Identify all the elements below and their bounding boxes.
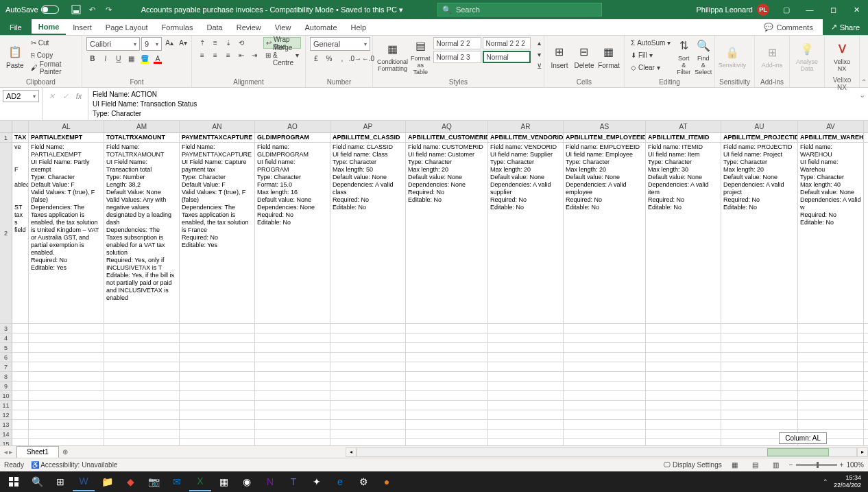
column-header[interactable]: AP [330,121,406,132]
column-header[interactable]: AV [798,121,864,132]
task-view-icon[interactable]: ⊞ [49,472,71,491]
cell[interactable] [255,372,330,381]
merge-centre-button[interactable]: ⊞ Merge & Centre ▾ [263,49,301,61]
cell[interactable]: PAYMENTTAXCAPTURE [180,133,255,142]
cell[interactable] [406,410,488,419]
copy-button[interactable]: ⎘ Copy [29,49,77,61]
tab-automate[interactable]: Automate [298,19,343,35]
cell[interactable] [29,324,104,333]
app-icon-2[interactable]: 📷 [143,472,165,491]
cell[interactable] [564,333,646,342]
cell[interactable] [406,382,488,390]
cell[interactable] [798,372,864,381]
cut-button[interactable]: ✂ Cut [29,37,77,49]
cell[interactable] [255,343,330,352]
name-box[interactable]: AD2▾ [0,88,43,120]
cell[interactable] [180,343,255,352]
cell[interactable] [798,362,864,371]
style-normal-2-2[interactable]: Normal 2 2 [433,37,481,49]
insert-cells-button[interactable]: ⊞Insert [548,37,570,75]
cell[interactable] [104,382,180,390]
cell[interactable] [406,372,488,381]
cell[interactable]: APBILLITEM_EMPLOYEEID [564,133,646,142]
cell[interactable]: APBILLITEM_CLASSID [330,133,406,142]
word-icon[interactable]: W [73,472,95,491]
accounting-icon[interactable]: ₤ [310,53,322,65]
cell[interactable] [104,420,180,429]
borders-icon[interactable]: ▦ [125,53,138,65]
cell[interactable] [104,333,180,342]
row-header[interactable]: 13 [0,420,12,430]
align-top-icon[interactable]: ⇡ [196,37,208,49]
scrollbar-thumb[interactable] [767,448,829,456]
onenote-icon[interactable]: N [259,472,281,491]
cell[interactable] [104,372,180,381]
cell[interactable] [646,382,721,390]
row-header[interactable]: 14 [0,430,12,439]
collapse-ribbon-icon[interactable]: ⌃ [861,78,867,86]
cell[interactable]: Field Name: PAYMENTTAXCAPTURE UI Field N… [180,143,255,323]
cell[interactable] [104,343,180,352]
bold-icon[interactable]: B [86,53,99,65]
cell[interactable] [180,420,255,429]
column-header[interactable]: AM [104,121,180,132]
cell[interactable] [180,410,255,419]
tab-view[interactable]: View [268,19,298,35]
column-header[interactable]: AQ [406,121,488,132]
ribbon-options-icon[interactable]: ▢ [775,0,798,19]
paste-button[interactable]: 📋 Paste [4,37,26,75]
style-normal-2-2-2[interactable]: Normal 2 2 2 [483,37,531,49]
cell[interactable]: Field name: ITEMID UI field name: Item T… [646,143,721,323]
app-icon-5[interactable]: ● [376,472,398,491]
orientation-icon[interactable]: ⟲ [235,37,248,49]
cell[interactable] [255,391,330,400]
delete-cells-button[interactable]: ⊟Delete [573,37,595,75]
cell[interactable] [488,420,564,429]
search-taskbar-icon[interactable]: 🔍 [26,472,48,491]
row-header[interactable]: 12 [0,410,12,420]
cell[interactable] [104,362,180,371]
cell[interactable]: APBILLITEM_WAREHOU [798,133,864,142]
outlook-icon[interactable]: ✉ [166,472,188,491]
select-all-corner[interactable] [0,121,12,133]
page-break-view-icon[interactable]: ▥ [769,460,784,471]
scrollbar-track[interactable] [357,447,857,457]
page-layout-view-icon[interactable]: ▤ [748,460,763,471]
cell[interactable] [564,401,646,410]
cell[interactable] [646,439,721,445]
cell[interactable] [488,324,564,333]
cell[interactable] [180,324,255,333]
cell[interactable] [12,324,29,333]
cell[interactable] [330,382,406,390]
cell[interactable] [12,439,29,445]
clear-button[interactable]: ◇ Clear ▾ [629,62,673,73]
styles-scroll-down-icon[interactable]: ▾ [533,49,546,60]
cell[interactable] [721,372,798,381]
excel-icon[interactable]: X [189,472,211,491]
cell[interactable] [255,324,330,333]
column-header[interactable]: AS [564,121,646,132]
spreadsheet-grid[interactable]: 12345678910111213141516 ALAMANAOAPAQARAS… [0,121,868,445]
cell[interactable] [12,333,29,342]
cell[interactable]: Field Name: PARTIALEXEMPT UI Field Name:… [29,143,104,323]
cell[interactable] [255,353,330,362]
cell[interactable] [488,430,564,438]
cell[interactable] [180,391,255,400]
cell[interactable] [255,382,330,390]
sheet-nav-first-icon[interactable]: ◂ [4,448,8,456]
addins-button[interactable]: ⊞Add-ins [759,37,785,75]
file-explorer-icon[interactable]: 📁 [96,472,118,491]
format-cells-button[interactable]: ▦Format [598,37,620,75]
cell[interactable] [798,353,864,362]
column-header[interactable]: AR [488,121,564,132]
number-format-combo[interactable]: General▾ [310,37,370,51]
cell[interactable] [564,372,646,381]
cell[interactable] [646,372,721,381]
zoom-value[interactable]: 100% [846,461,864,469]
cell[interactable] [721,401,798,410]
row-header[interactable]: 8 [0,372,12,382]
column-header[interactable]: AN [180,121,255,132]
cell[interactable] [646,333,721,342]
cell[interactable]: TOTALTRXAMOUNT [104,133,180,142]
increase-indent-icon[interactable]: ⇥ [248,49,261,61]
